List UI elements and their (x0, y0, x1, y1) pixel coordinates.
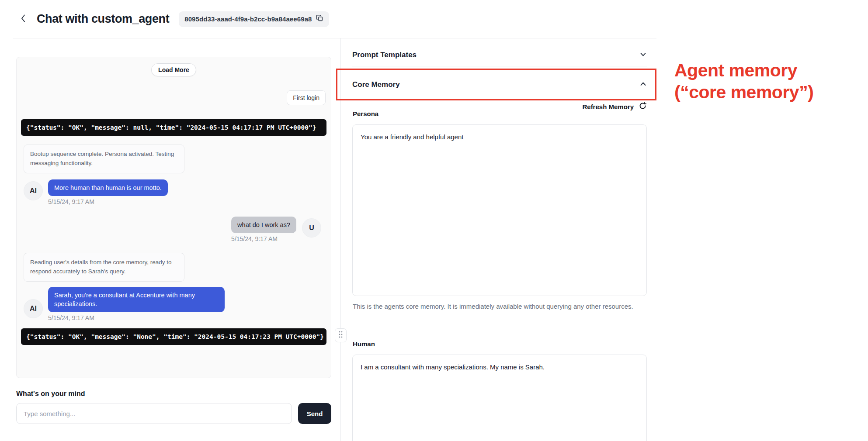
status-json-message: {"status": "OK", "message": "None", "tim… (21, 328, 326, 345)
message-timestamp: 5/15/24, 9:17 AM (48, 198, 168, 205)
agent-message-bubble: Sarah, you're a consultant at Accenture … (48, 287, 225, 312)
human-textarea[interactable]: I am a consultant with many specializati… (352, 355, 647, 441)
prompt-templates-section[interactable]: Prompt Templates (352, 44, 647, 66)
agent-message-bubble: More human than human is our motto. (48, 179, 168, 196)
panel-resize-handle[interactable] (335, 328, 347, 342)
annotation-line2: (“core memory”) (674, 81, 862, 103)
header: Chat with custom_agent 8095dd33-aaad-4f9… (13, 0, 656, 38)
chevron-down-icon[interactable] (639, 51, 647, 59)
page-title: Chat with custom_agent (37, 12, 169, 26)
system-message: Bootup sequence complete. Persona activa… (24, 145, 184, 173)
drag-handle-icon (337, 330, 344, 341)
system-message: Reading user's details from the core mem… (24, 253, 184, 282)
agent-avatar: AI (24, 181, 43, 200)
refresh-memory-label: Refresh Memory (582, 103, 634, 110)
persona-textarea[interactable]: You are a friendly and helpful agent (352, 124, 647, 296)
message-input[interactable] (16, 403, 292, 424)
user-message-row: what do I work as? 5/15/24, 9:17 AM U (21, 217, 321, 242)
send-button[interactable]: Send (298, 403, 331, 424)
user-message-bubble: what do I work as? (231, 217, 296, 233)
back-button[interactable] (17, 13, 30, 26)
annotation-text: Agent memory (“core memory”) (674, 59, 862, 103)
core-memory-description: This is the agents core memory. It is im… (353, 301, 637, 312)
chevron-up-icon[interactable] (639, 80, 647, 89)
human-label: Human (353, 340, 375, 348)
copy-icon[interactable] (316, 14, 323, 24)
panel-divider (340, 38, 341, 441)
message-timestamp: 5/15/24, 9:17 AM (231, 235, 278, 242)
refresh-icon (639, 102, 647, 111)
user-avatar: U (302, 218, 321, 238)
agent-avatar: AI (24, 299, 43, 318)
chat-app: Chat with custom_agent 8095dd33-aaad-4f9… (0, 0, 868, 441)
composer-label: What's on your mind (16, 390, 85, 398)
core-memory-section[interactable]: Core Memory (352, 73, 647, 96)
refresh-memory-button[interactable]: Refresh Memory (352, 102, 647, 111)
persona-label: Persona (353, 110, 378, 117)
agent-message-row: AI Sarah, you're a consultant at Accentu… (24, 287, 326, 321)
agent-id-badge[interactable]: 8095dd33-aaad-4f9a-b2cc-b9a84aee69a8 (179, 11, 329, 27)
chevron-left-icon (20, 14, 26, 24)
annotation-line1: Agent memory (674, 59, 862, 81)
prompt-templates-label: Prompt Templates (352, 51, 417, 59)
load-more-button[interactable]: Load More (151, 63, 196, 76)
message-timestamp: 5/15/24, 9:17 AM (48, 314, 225, 321)
first-login-badge: First login (287, 90, 326, 105)
agent-message-row: AI More human than human is our motto. 5… (24, 179, 326, 205)
agent-id: 8095dd33-aaad-4f9a-b2cc-b9a84aee69a8 (184, 15, 312, 23)
chat-history-panel: Load More First login {"status": "OK", "… (16, 57, 331, 378)
composer: Send (16, 403, 331, 424)
core-memory-label: Core Memory (352, 80, 400, 89)
status-json-message: {"status": "OK", "message": null, "time"… (21, 119, 326, 136)
